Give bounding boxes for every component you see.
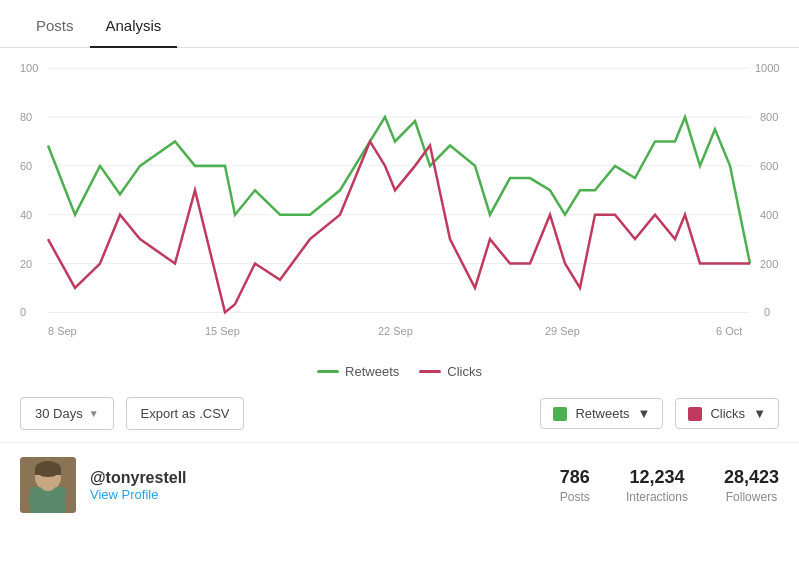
avatar bbox=[20, 457, 76, 513]
stat-followers-label: Followers bbox=[724, 490, 779, 504]
export-button[interactable]: Export as .CSV bbox=[126, 397, 245, 430]
profile-row: @tonyrestell View Profile 786 Posts 12,2… bbox=[0, 442, 799, 527]
avatar-image bbox=[20, 457, 76, 513]
retweets-filter-label: Retweets bbox=[575, 406, 629, 421]
stat-followers-value: 28,423 bbox=[724, 467, 779, 488]
view-profile-link[interactable]: View Profile bbox=[90, 487, 187, 502]
profile-name: @tonyrestell bbox=[90, 469, 187, 487]
x-label-15sep: 15 Sep bbox=[205, 325, 240, 337]
stat-followers: 28,423 Followers bbox=[724, 467, 779, 504]
x-label-29sep: 29 Sep bbox=[545, 325, 580, 337]
legend-clicks: Clicks bbox=[419, 364, 482, 379]
clicks-filter-color bbox=[688, 407, 702, 421]
period-label: 30 Days bbox=[35, 406, 83, 421]
export-label: Export as .CSV bbox=[141, 406, 230, 421]
retweets-filter-color bbox=[553, 407, 567, 421]
retweets-legend-line bbox=[317, 370, 339, 373]
y-axis-left-60: 60 bbox=[20, 160, 32, 172]
period-caret-icon: ▼ bbox=[89, 408, 99, 419]
clicks-legend-label: Clicks bbox=[447, 364, 482, 379]
clicks-legend-line bbox=[419, 370, 441, 373]
y-axis-right-400: 400 bbox=[760, 209, 778, 221]
x-label-22sep: 22 Sep bbox=[378, 325, 413, 337]
clicks-filter-button[interactable]: Clicks ▼ bbox=[675, 398, 779, 429]
y-axis-left-80: 80 bbox=[20, 111, 32, 123]
y-axis-right-0: 0 bbox=[764, 306, 770, 318]
y-axis-left-100: 100 bbox=[20, 62, 38, 74]
stat-interactions-label: Interactions bbox=[626, 490, 688, 504]
retweets-filter-caret-icon: ▼ bbox=[638, 406, 651, 421]
tab-analysis[interactable]: Analysis bbox=[90, 5, 178, 48]
chart-legend: Retweets Clicks bbox=[0, 358, 799, 389]
stat-interactions: 12,234 Interactions bbox=[626, 467, 688, 504]
x-label-6oct: 6 Oct bbox=[716, 325, 742, 337]
retweets-legend-label: Retweets bbox=[345, 364, 399, 379]
stat-posts: 786 Posts bbox=[560, 467, 590, 504]
y-axis-right-200: 200 bbox=[760, 258, 778, 270]
tab-posts[interactable]: Posts bbox=[20, 5, 90, 48]
stat-interactions-value: 12,234 bbox=[626, 467, 688, 488]
y-axis-right-600: 600 bbox=[760, 160, 778, 172]
retweets-line bbox=[48, 117, 750, 264]
clicks-filter-label: Clicks bbox=[710, 406, 745, 421]
stats-row: 786 Posts 12,234 Interactions 28,423 Fol… bbox=[560, 467, 779, 504]
y-axis-right-1000: 1000 bbox=[755, 62, 779, 74]
svg-rect-11 bbox=[35, 467, 61, 475]
y-axis-right-800: 800 bbox=[760, 111, 778, 123]
profile-info: @tonyrestell View Profile bbox=[90, 469, 187, 502]
tab-bar: Posts Analysis bbox=[0, 0, 799, 48]
legend-retweets: Retweets bbox=[317, 364, 399, 379]
retweets-filter-button[interactable]: Retweets ▼ bbox=[540, 398, 663, 429]
line-chart: 100 80 60 40 20 0 1000 800 600 400 200 0… bbox=[20, 58, 779, 348]
x-label-8sep: 8 Sep bbox=[48, 325, 77, 337]
stat-posts-label: Posts bbox=[560, 490, 590, 504]
stat-posts-value: 786 bbox=[560, 467, 590, 488]
controls-row: 30 Days ▼ Export as .CSV Retweets ▼ Clic… bbox=[0, 389, 799, 438]
period-button[interactable]: 30 Days ▼ bbox=[20, 397, 114, 430]
y-axis-left-20: 20 bbox=[20, 258, 32, 270]
clicks-line bbox=[48, 141, 750, 312]
chart-area: 100 80 60 40 20 0 1000 800 600 400 200 0… bbox=[0, 48, 799, 358]
clicks-filter-caret-icon: ▼ bbox=[753, 406, 766, 421]
y-axis-left-40: 40 bbox=[20, 209, 32, 221]
y-axis-left-0: 0 bbox=[20, 306, 26, 318]
